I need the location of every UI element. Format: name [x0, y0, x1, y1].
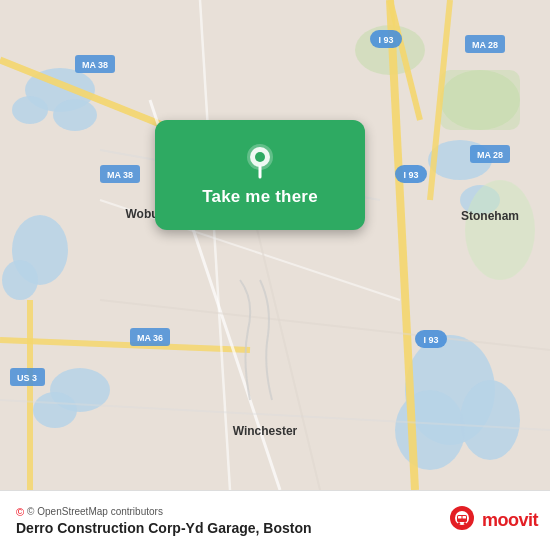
svg-point-60 [464, 522, 466, 524]
svg-text:MA 28: MA 28 [472, 40, 498, 50]
attribution: © © OpenStreetMap contributors [16, 506, 312, 518]
place-name: Derro Construction Corp-Yd Garage, Bosto… [16, 520, 312, 536]
svg-point-2 [12, 96, 48, 124]
bottom-info: © © OpenStreetMap contributors Derro Con… [16, 506, 312, 536]
svg-text:I 93: I 93 [403, 170, 418, 180]
svg-point-5 [2, 260, 38, 300]
take-me-there-label: Take me there [202, 187, 318, 207]
svg-text:US 3: US 3 [17, 373, 37, 383]
bottom-bar: © © OpenStreetMap contributors Derro Con… [0, 490, 550, 550]
svg-point-16 [465, 180, 535, 280]
svg-rect-14 [440, 70, 520, 130]
svg-text:I 93: I 93 [378, 35, 393, 45]
svg-point-59 [458, 522, 460, 524]
svg-text:MA 36: MA 36 [137, 333, 163, 343]
svg-rect-57 [458, 516, 462, 519]
take-me-there-button[interactable]: Take me there [155, 120, 365, 230]
svg-point-10 [395, 390, 465, 470]
attribution-text: © OpenStreetMap contributors [27, 506, 163, 517]
svg-point-12 [33, 392, 77, 428]
map-container: MA 38 MA 38 MA 36 US 3 I 93 I 93 I 93 MA… [0, 0, 550, 490]
svg-text:I 93: I 93 [423, 335, 438, 345]
svg-point-3 [53, 99, 97, 131]
moovit-text: moovit [482, 510, 538, 531]
svg-rect-58 [462, 516, 466, 519]
svg-text:MA 38: MA 38 [82, 60, 108, 70]
svg-text:Stoneham: Stoneham [461, 209, 519, 223]
svg-text:MA 38: MA 38 [107, 170, 133, 180]
svg-point-53 [255, 152, 265, 162]
location-pin-icon [242, 143, 278, 179]
moovit-logo: moovit [446, 505, 538, 537]
svg-text:MA 28: MA 28 [477, 150, 503, 160]
svg-text:Winchester: Winchester [233, 424, 298, 438]
moovit-icon [446, 505, 478, 537]
copyright-symbol: © [16, 506, 24, 518]
svg-point-9 [460, 380, 520, 460]
